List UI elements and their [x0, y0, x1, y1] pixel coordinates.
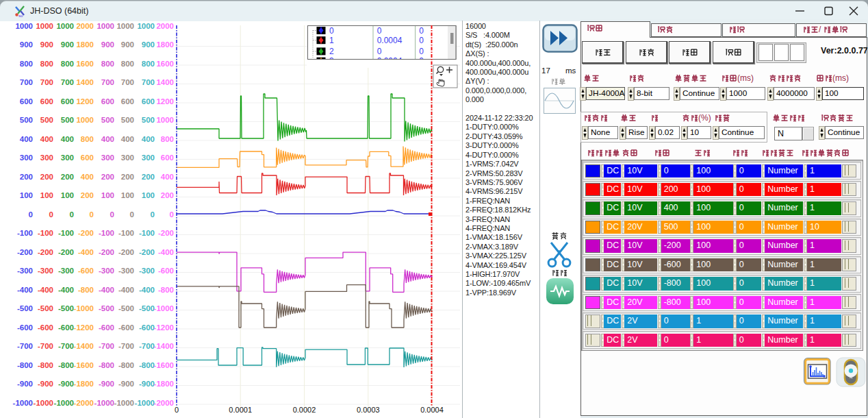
svg-text:-900: -900 — [58, 380, 74, 388]
svg-text:-100: -100 — [139, 229, 155, 237]
svg-text:-300: -300 — [99, 267, 114, 275]
svg-text:400: 400 — [161, 173, 174, 181]
svg-text:-900: -900 — [38, 380, 53, 388]
svg-text:-1000: -1000 — [54, 399, 74, 407]
svg-text:-600: -600 — [139, 323, 155, 332]
svg-text:-600: -600 — [99, 323, 114, 332]
svg-text:0.0001: 0.0001 — [229, 406, 252, 414]
svg-text:800: 800 — [40, 60, 53, 68]
svg-text:-1400: -1400 — [74, 342, 94, 350]
svg-text:-600: -600 — [38, 323, 53, 332]
svg-text:-700: -700 — [38, 342, 53, 350]
svg-text:900: 900 — [142, 40, 155, 49]
svg-text:200: 200 — [40, 173, 53, 181]
svg-text:-100: -100 — [38, 229, 53, 237]
svg-text:700: 700 — [61, 78, 74, 86]
svg-text:0: 0 — [130, 210, 134, 219]
svg-text:0: 0 — [419, 26, 424, 36]
svg-text:1000: 1000 — [56, 22, 74, 30]
svg-text:-600: -600 — [58, 323, 74, 332]
svg-text:0: 0 — [419, 36, 424, 45]
svg-text:-1000: -1000 — [114, 399, 134, 407]
svg-text:-900: -900 — [118, 380, 134, 388]
svg-text:-2000: -2000 — [154, 399, 174, 407]
svg-text:-1000: -1000 — [154, 304, 174, 312]
svg-text:-100: -100 — [17, 229, 33, 237]
svg-text:1000: 1000 — [156, 116, 174, 124]
svg-text:-800: -800 — [17, 361, 33, 369]
svg-text:-400: -400 — [17, 286, 33, 294]
svg-text:-700: -700 — [58, 342, 74, 350]
svg-text:-500: -500 — [139, 304, 155, 312]
svg-text:-100: -100 — [99, 229, 114, 237]
svg-text:-1000: -1000 — [74, 304, 94, 312]
svg-text:800: 800 — [121, 60, 134, 68]
svg-text:900: 900 — [101, 40, 114, 49]
svg-text:-600: -600 — [118, 323, 134, 332]
svg-text:700: 700 — [121, 78, 134, 86]
svg-text:800: 800 — [161, 135, 174, 143]
svg-text:-500: -500 — [118, 304, 134, 312]
svg-text:-400: -400 — [99, 286, 114, 294]
svg-text:300: 300 — [40, 153, 53, 162]
svg-text:-1600: -1600 — [74, 361, 94, 369]
svg-text:-800: -800 — [139, 361, 155, 369]
svg-text:0: 0 — [175, 406, 179, 414]
svg-text:600: 600 — [101, 97, 114, 106]
svg-text:-900: -900 — [17, 380, 33, 388]
svg-text:-200: -200 — [17, 248, 33, 256]
svg-text:400: 400 — [40, 135, 53, 143]
svg-text:-800: -800 — [38, 361, 53, 369]
svg-text:-1000: -1000 — [34, 399, 53, 407]
svg-text:-500: -500 — [38, 304, 53, 312]
svg-text:-1800: -1800 — [154, 380, 174, 388]
svg-text:200: 200 — [101, 173, 114, 181]
svg-text:100: 100 — [40, 191, 53, 199]
svg-text:200: 200 — [161, 191, 174, 199]
svg-text:(ms): (ms) — [832, 74, 849, 83]
svg-text:-200: -200 — [78, 229, 94, 237]
svg-text:600: 600 — [81, 153, 94, 162]
svg-text:200: 200 — [81, 191, 94, 199]
svg-text:-1200: -1200 — [154, 323, 174, 332]
svg-text:-1400: -1400 — [154, 342, 174, 350]
svg-text:1400: 1400 — [76, 78, 94, 86]
svg-text:100: 100 — [121, 191, 134, 199]
svg-text:500: 500 — [121, 116, 134, 124]
svg-text:700: 700 — [40, 78, 53, 86]
svg-text:800: 800 — [101, 60, 114, 68]
svg-text:100: 100 — [101, 191, 114, 199]
svg-text:800: 800 — [81, 135, 94, 143]
svg-text:900: 900 — [40, 40, 53, 49]
svg-text:0: 0 — [90, 210, 94, 219]
svg-text:-800: -800 — [58, 361, 74, 369]
svg-text:-400: -400 — [139, 286, 155, 294]
svg-text:0: 0 — [70, 210, 74, 219]
svg-text:-400: -400 — [38, 286, 53, 294]
svg-text:-300: -300 — [17, 267, 33, 275]
svg-text:1200: 1200 — [156, 97, 174, 106]
svg-text:0: 0 — [29, 210, 33, 219]
svg-text:-200: -200 — [38, 248, 53, 256]
svg-text:-200: -200 — [158, 229, 174, 237]
svg-text:200: 200 — [121, 173, 134, 181]
svg-text:/: / — [819, 25, 821, 34]
svg-text:100: 100 — [61, 191, 74, 199]
svg-text:200: 200 — [142, 173, 155, 181]
svg-text:(ms): (ms) — [737, 74, 754, 83]
svg-text:1800: 1800 — [76, 40, 94, 49]
svg-text:500: 500 — [61, 116, 74, 124]
svg-text:900: 900 — [20, 40, 33, 49]
svg-text:1000: 1000 — [116, 22, 134, 30]
svg-text:300: 300 — [101, 153, 114, 162]
svg-text:1600: 1600 — [156, 60, 174, 68]
svg-text:400: 400 — [81, 173, 94, 181]
svg-text:0.0004: 0.0004 — [420, 406, 444, 414]
svg-text:600: 600 — [161, 153, 174, 162]
svg-text:0: 0 — [329, 26, 334, 36]
svg-text:0.0002: 0.0002 — [293, 406, 316, 414]
svg-text:2000: 2000 — [76, 22, 94, 30]
svg-text:-400: -400 — [78, 248, 94, 256]
svg-text:600: 600 — [121, 97, 134, 106]
svg-text:-600: -600 — [158, 267, 174, 275]
